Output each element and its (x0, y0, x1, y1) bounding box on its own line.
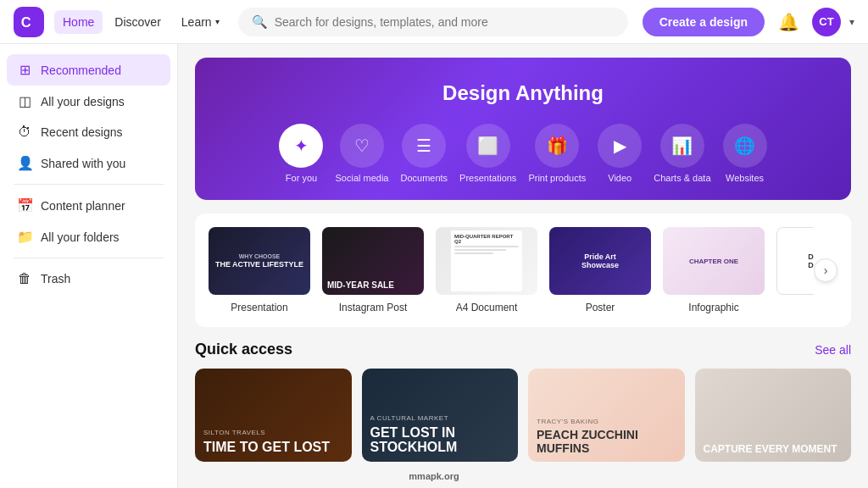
template-document[interactable]: MID-QUARTER REPORT Q2 A4 Document (436, 227, 537, 313)
sidebar-item-folders[interactable]: 📁 All your folders (7, 221, 170, 252)
sidebar-item-recommended[interactable]: ⊞ Recommended (7, 54, 170, 86)
template-presentation[interactable]: WHY CHOOSE THE ACTIVE LIFESTYLE Presenta… (209, 227, 310, 313)
hero-category-icons: ✦ For you ♡ Social media ☰ Documents ⬜ P… (212, 124, 834, 183)
avatar[interactable]: CT (812, 8, 841, 36)
instagram-thumb: MID-YEAR SALE (322, 227, 424, 295)
documents-label: Documents (400, 173, 448, 183)
card-travel-overlay: Silton Travels TIME TO GET LOST (195, 369, 352, 462)
person-icon: 👤 (17, 155, 32, 171)
hero-icon-websites[interactable]: 🌐 Websites (723, 124, 767, 183)
card-muffins-overlay: Tracy's Baking Peach Zucchini Muffins (528, 369, 685, 462)
documents-icon-circle: ☰ (402, 124, 446, 168)
calendar-icon: 📅 (17, 197, 32, 214)
charts-icon-circle: 📊 (660, 124, 704, 168)
websites-label: Websites (726, 173, 764, 183)
hero-icon-print[interactable]: 🎁 Print products (528, 124, 586, 183)
video-label: Video (608, 173, 632, 183)
template-next-arrow[interactable]: › (814, 258, 837, 282)
card-stockholm-overlay: A Cultural Market GET LOST IN STOCKHOLM (362, 369, 519, 462)
hero-icon-video[interactable]: ▶ Video (598, 124, 642, 183)
clock-icon: ⏱ (17, 125, 32, 140)
sidebar-label-planner: Content planner (41, 199, 125, 213)
card-muffins-title: Peach Zucchini Muffins (537, 429, 676, 455)
hero-icon-documents[interactable]: ☰ Documents (400, 124, 448, 183)
sidebar-label-shared: Shared with you (41, 157, 125, 170)
search-bar[interactable]: 🔍 (238, 8, 628, 36)
chevron-right-icon: › (824, 263, 828, 277)
top-navigation: C Home Discover Learn ▾ 🔍 Create a desig… (0, 0, 868, 44)
sidebar-label-recommended: Recommended (41, 64, 121, 77)
template-infographic[interactable]: CHAPTER ONE Infographic (663, 227, 765, 313)
social-label: Social media (335, 173, 388, 183)
designs-icon: ◫ (17, 93, 32, 109)
chevron-down-icon: ▾ (215, 17, 220, 26)
presentations-label: Presentations (459, 173, 516, 183)
card-travel-subtitle: Silton Travels (203, 429, 343, 436)
sidebar-label-all-designs: All your designs (41, 95, 125, 108)
card-travel-title: TIME TO GET LOST (203, 440, 343, 455)
sidebar-item-shared[interactable]: 👤 Shared with you (7, 147, 170, 179)
sidebar-label-trash: Trash (41, 272, 70, 286)
for-you-icon-circle: ✦ (279, 124, 323, 168)
nav-links: Home Discover Learn ▾ (54, 10, 228, 34)
sidebar-item-trash[interactable]: 🗑 Trash (7, 263, 170, 294)
hero-banner: Design Anything ✦ For you ♡ Social media… (195, 58, 851, 200)
hero-icon-social[interactable]: ♡ Social media (335, 124, 388, 183)
nav-learn[interactable]: Learn ▾ (173, 10, 228, 34)
presentation-label: Presentation (231, 302, 287, 313)
nav-discover[interactable]: Discover (106, 10, 169, 34)
nav-home[interactable]: Home (54, 10, 103, 34)
create-design-button[interactable]: Create a design (643, 8, 765, 36)
template-list: WHY CHOOSE THE ACTIVE LIFESTYLE Presenta… (209, 227, 814, 313)
instagram-label: Instagram Post (339, 302, 408, 313)
poster-thumb: Pride Art Showcase (549, 227, 651, 295)
card-stockholm-title: GET LOST IN STOCKHOLM (370, 425, 510, 455)
hero-title: Design Anything (212, 81, 834, 105)
quick-access-section: Quick access See all Silton Travels TIME… (195, 341, 851, 462)
watermark: mmapk.org (178, 471, 868, 481)
print-label: Print products (528, 173, 586, 183)
sidebar-item-planner[interactable]: 📅 Content planner (7, 190, 170, 221)
search-input[interactable] (275, 15, 615, 29)
card-muffins-subtitle: Tracy's Baking (537, 418, 676, 425)
presentation-thumb: WHY CHOOSE THE ACTIVE LIFESTYLE (209, 227, 310, 295)
quick-card-photo[interactable]: CAPTURE EVERY MOMENT (695, 369, 852, 462)
template-poster[interactable]: Pride Art Showcase Poster (549, 227, 651, 313)
sidebar-divider-2 (14, 258, 164, 258)
search-icon: 🔍 (252, 14, 268, 30)
notifications-button[interactable]: 🔔 (773, 7, 804, 37)
main-content: Design Anything ✦ For you ♡ Social media… (178, 44, 868, 488)
hero-icon-for-you[interactable]: ✦ For you (279, 124, 323, 183)
card-photo-overlay: CAPTURE EVERY MOMENT (695, 369, 852, 462)
template-logo[interactable]: defilede mod. Logo (776, 227, 814, 313)
infographic-label: Infographic (688, 302, 738, 313)
folder-icon: 📁 (17, 229, 32, 245)
sidebar-divider (14, 184, 164, 185)
canva-logo[interactable]: C (14, 7, 44, 37)
logo-thumb: defilede mod. (776, 227, 814, 295)
quick-card-muffins[interactable]: Tracy's Baking Peach Zucchini Muffins (528, 369, 685, 462)
sidebar: ⊞ Recommended ◫ All your designs ⏱ Recen… (0, 44, 178, 488)
see-all-link[interactable]: See all (815, 343, 851, 357)
for-you-label: For you (286, 173, 317, 183)
sidebar-item-recent[interactable]: ⏱ Recent designs (7, 117, 170, 147)
sidebar-label-folders: All your folders (41, 230, 120, 244)
sidebar-item-all-designs[interactable]: ◫ All your designs (7, 86, 170, 117)
infographic-thumb: CHAPTER ONE (663, 227, 765, 295)
card-stockholm-subtitle: A Cultural Market (370, 414, 510, 422)
quick-access-grid: Silton Travels TIME TO GET LOST A Cultur… (195, 369, 851, 462)
grid-icon: ⊞ (17, 62, 32, 78)
main-layout: ⊞ Recommended ◫ All your designs ⏱ Recen… (0, 44, 868, 488)
quick-card-travel[interactable]: Silton Travels TIME TO GET LOST (195, 369, 352, 462)
quick-card-stockholm[interactable]: A Cultural Market GET LOST IN STOCKHOLM (362, 369, 519, 462)
presentations-icon-circle: ⬜ (466, 124, 510, 168)
poster-label: Poster (586, 302, 615, 313)
chevron-down-icon[interactable]: ▾ (849, 16, 854, 28)
sidebar-label-recent: Recent designs (41, 125, 123, 139)
template-instagram[interactable]: MID-YEAR SALE Instagram Post (322, 227, 424, 313)
hero-icon-charts[interactable]: 📊 Charts & data (654, 124, 710, 183)
video-icon-circle: ▶ (598, 124, 642, 168)
social-icon-circle: ♡ (340, 124, 384, 168)
hero-icon-presentations[interactable]: ⬜ Presentations (459, 124, 516, 183)
quick-access-header: Quick access See all (195, 341, 851, 358)
